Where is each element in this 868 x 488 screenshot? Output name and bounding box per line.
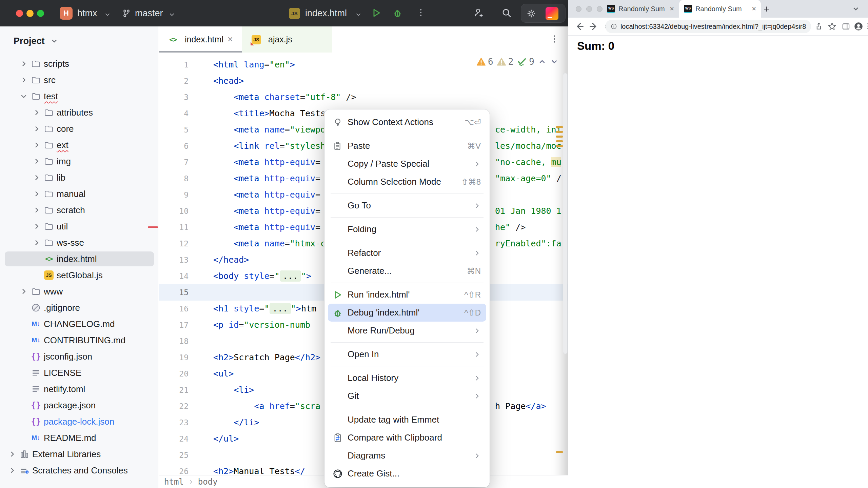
tree-item-src[interactable]: src xyxy=(0,72,158,88)
tree-item-ws-sse[interactable]: ws-sse xyxy=(0,235,158,251)
next-problem-button[interactable] xyxy=(550,57,559,66)
tree-item-scripts[interactable]: scripts xyxy=(0,56,158,72)
settings-gear-button[interactable] xyxy=(526,8,537,19)
close-tab-icon[interactable]: × xyxy=(228,35,233,44)
jetbrains-logo-icon[interactable] xyxy=(546,7,558,20)
menu-item-show-context-actions[interactable]: Show Context Actions⌥⏎ xyxy=(328,113,486,131)
browser-tab-2[interactable]: WSRandomly Sum× xyxy=(679,0,761,18)
tree-item-scratch[interactable]: scratch xyxy=(0,202,158,218)
tree-item-lib[interactable]: lib xyxy=(0,169,158,186)
chevron-right-icon[interactable] xyxy=(33,239,41,247)
menu-item-create-gist[interactable]: Create Gist... xyxy=(328,465,486,483)
tree-item-manual[interactable]: manual xyxy=(0,186,158,202)
browser-minimize-button[interactable] xyxy=(586,6,592,12)
code-line-2[interactable]: 2<head> xyxy=(159,73,568,89)
chevron-right-icon[interactable] xyxy=(20,76,28,84)
chevron-right-icon[interactable] xyxy=(8,466,16,474)
tree-item-attributes[interactable]: attributes xyxy=(0,104,158,121)
menu-item-column-selection-mode[interactable]: Column Selection Mode⇧⌘8 xyxy=(328,173,486,191)
tree-item-index-html[interactable]: <>index.html xyxy=(0,251,158,267)
bookmark-star-icon[interactable] xyxy=(827,22,837,33)
menu-item-generate[interactable]: Generate...⌘N xyxy=(328,262,486,280)
branch-name[interactable]: master xyxy=(135,8,163,19)
prev-problem-button[interactable] xyxy=(538,57,547,66)
tree-item-package-json[interactable]: {}package.json xyxy=(0,397,158,413)
menu-item-compare-with-clipboard[interactable]: Compare with Clipboard xyxy=(328,429,486,447)
browser-close-button[interactable] xyxy=(576,6,581,12)
menu-item-go-to[interactable]: Go To xyxy=(328,197,486,215)
search-everywhere-button[interactable] xyxy=(500,7,513,19)
menu-item-debug-index-html[interactable]: Debug 'index.html'^⇧D xyxy=(328,304,486,322)
project-panel-header[interactable]: Project xyxy=(0,26,158,56)
chevron-right-icon[interactable] xyxy=(20,287,28,296)
chevron-right-icon[interactable] xyxy=(33,190,41,198)
side-panel-icon[interactable] xyxy=(842,22,850,32)
chevron-down-icon[interactable] xyxy=(20,92,28,100)
menu-item-folding[interactable]: Folding xyxy=(328,220,486,238)
tree-item-img[interactable]: img xyxy=(0,153,158,169)
chevron-right-icon[interactable] xyxy=(33,108,41,117)
debug-button[interactable] xyxy=(392,7,403,18)
warning-stripe[interactable] xyxy=(556,145,563,147)
tree-item-changelog-md[interactable]: M↓CHANGELOG.md xyxy=(0,316,158,332)
tree-item-test[interactable]: test xyxy=(0,88,158,104)
site-info-icon[interactable] xyxy=(611,22,617,30)
close-tab-icon[interactable]: × xyxy=(670,4,674,13)
menu-item-copy-paste-special[interactable]: Copy / Paste Special xyxy=(328,155,486,173)
browser-menu-icon[interactable] xyxy=(864,22,868,32)
warning-stripe[interactable] xyxy=(556,451,563,453)
tree-item-contributing-md[interactable]: M↓CONTRIBUTING.md xyxy=(0,332,158,348)
window-close-button[interactable] xyxy=(16,10,23,17)
warning-stripe[interactable] xyxy=(556,131,563,133)
editor-tab-index-html[interactable]: <>index.html× xyxy=(159,26,242,53)
menu-item-open-in[interactable]: Open In xyxy=(328,345,486,363)
chevron-right-icon[interactable] xyxy=(33,157,41,165)
chevron-right-icon[interactable] xyxy=(33,206,41,214)
menu-item-update-tag-with-emmet[interactable]: Update tag with Emmet xyxy=(328,411,486,429)
code-line-3[interactable]: 3 <meta charset="utf-8" /> xyxy=(159,89,568,105)
tree-item-jsconfig-json[interactable]: {}jsconfig.json xyxy=(0,348,158,365)
chevron-right-icon[interactable] xyxy=(33,222,41,230)
inspections-widget[interactable]: 6 2 9 xyxy=(476,57,559,67)
tree-item-www[interactable]: www xyxy=(0,283,158,300)
share-icon[interactable] xyxy=(814,22,823,32)
warning-stripe[interactable] xyxy=(556,126,563,128)
tree-item-util[interactable]: util xyxy=(0,218,158,235)
tree-item-setglobal-js[interactable]: JSsetGlobal.js xyxy=(0,267,158,283)
browser-tab-1[interactable]: WSRandomly Sum× xyxy=(602,0,679,18)
menu-item-local-history[interactable]: Local History xyxy=(328,369,486,387)
tab-search-chevron-icon[interactable] xyxy=(852,5,860,14)
editor-scrollbar[interactable] xyxy=(563,73,568,354)
more-actions-button[interactable] xyxy=(416,7,426,18)
back-button[interactable] xyxy=(574,21,585,33)
menu-item-paste[interactable]: Paste⌘V xyxy=(328,137,486,155)
tab-options-button[interactable] xyxy=(549,34,559,45)
window-minimize-button[interactable] xyxy=(26,10,34,17)
menu-item-diagrams[interactable]: Diagrams xyxy=(328,447,486,465)
run-button[interactable] xyxy=(371,7,382,18)
chevron-right-icon[interactable] xyxy=(8,450,16,458)
tree-item-license[interactable]: LICENSE xyxy=(0,365,158,381)
address-bar[interactable]: localhost:63342/debug-livestream/index.h… xyxy=(605,20,811,33)
tree-item-readme-md[interactable]: M↓README.md xyxy=(0,430,158,446)
chevron-right-icon[interactable] xyxy=(33,141,41,149)
tree-item-ext[interactable]: ext xyxy=(0,137,158,153)
project-name[interactable]: htmx xyxy=(77,8,97,19)
browser-zoom-button[interactable] xyxy=(597,6,603,12)
chevron-right-icon[interactable] xyxy=(33,125,41,133)
tree-item-core[interactable]: core xyxy=(0,121,158,137)
tree-item-package-lock-json[interactable]: {}package-lock.json xyxy=(0,413,158,430)
breadcrumb-item-body[interactable]: body xyxy=(198,477,218,487)
new-tab-button[interactable]: + xyxy=(764,3,770,15)
profile-avatar[interactable] xyxy=(854,22,863,33)
warning-stripe[interactable] xyxy=(556,136,563,138)
warning-stripe[interactable] xyxy=(556,140,563,142)
tree-item-scratches-and-consoles[interactable]: Scratches and Consoles xyxy=(0,462,158,479)
forward-button[interactable] xyxy=(589,21,599,33)
menu-item-more-run-debug[interactable]: More Run/Debug xyxy=(328,322,486,340)
tree-item-netlify-toml[interactable]: netlify.toml xyxy=(0,381,158,397)
editor-tab-ajax-js[interactable]: JSajax.js xyxy=(242,26,332,53)
menu-item-git[interactable]: Git xyxy=(328,387,486,405)
run-config-name[interactable]: index.html xyxy=(305,8,347,19)
chevron-right-icon[interactable] xyxy=(33,174,41,182)
